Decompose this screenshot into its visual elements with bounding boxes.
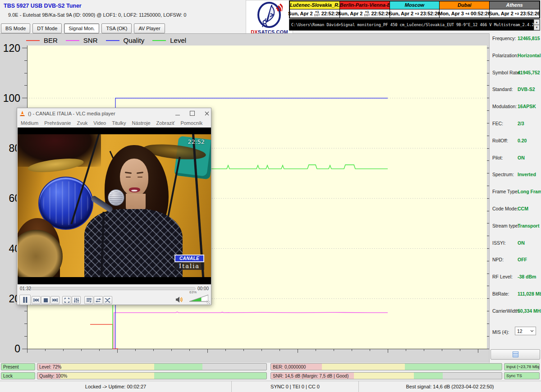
clock-offset-value: +1 [315, 10, 319, 14]
sync-ts-indicator: Sync TS [504, 372, 540, 379]
tab-av-player[interactable]: AV Player [134, 23, 165, 33]
clock-athens: AthensSun, Apr 2+323:52:26 [490, 1, 539, 18]
world-clock-panel: Lučenec-Slovakia_R.DávidSun, Apr 2+1DST2… [289, 0, 540, 18]
shuffle-button[interactable] [103, 296, 112, 304]
elapsed-time: 01:32 [20, 286, 31, 291]
clock-utc-offset: +3 [415, 12, 419, 15]
scroll-down-icon[interactable]: ▼ [534, 25, 540, 30]
parameter-label: Standard: [492, 87, 513, 92]
close-icon[interactable] [205, 111, 209, 116]
vlc-menu-pomocn-k[interactable]: Pomocník [180, 120, 202, 126]
parameter-label: FEC: [492, 121, 503, 126]
pause-button[interactable] [19, 295, 31, 305]
parameter-value: Horizontal [518, 53, 541, 58]
quality-meter: Quality: 100% [37, 372, 267, 379]
parameter-label: Frequency: [492, 36, 516, 41]
vlc-titlebar[interactable]: () - CANALE ITALIA - VLC media player [17, 108, 211, 119]
stop-icon [44, 298, 48, 302]
vlc-menu-m-dium[interactable]: Médium [21, 120, 38, 126]
resize-grip[interactable] [206, 301, 210, 304]
legend-item-ber: BER [26, 36, 58, 44]
legend-swatch-ber [26, 40, 40, 41]
chevron-down-icon [530, 330, 534, 332]
fullscreen-button[interactable] [62, 296, 71, 304]
stop-button[interactable] [41, 296, 50, 304]
clock-date: Sun, Apr 2 [338, 11, 363, 16]
tab-bar: BS ModeDT ModeSignal Mon.TSA (OK)AV Play… [1, 23, 165, 33]
vlc-window[interactable]: () - CANALE ITALIA - VLC media player Mé… [17, 108, 211, 305]
mis-label: MIS (4): [492, 329, 509, 335]
parameter-row-rf-level: RF Level:-38 dBm [492, 274, 540, 281]
signal-parameters-panel: Frequency:12465,815 MHzPolarization:Hori… [489, 33, 541, 363]
snr-meter: SNR: 14,5 dB (Margin: 7,5 dB | Good) [270, 372, 502, 379]
parameter-label: Frame Type: [492, 189, 519, 194]
scroll-up-icon[interactable]: ▲ [534, 19, 540, 25]
singer-eye [126, 177, 131, 178]
clock-date: Sun, Apr 2 [389, 11, 414, 16]
ber-meter: BER: 0,0000000 [270, 363, 502, 370]
previous-icon [33, 298, 39, 302]
vlc-menu-zvuk[interactable]: Zvuk [77, 120, 87, 126]
parameter-value: 41945,752 KS/s [518, 70, 541, 75]
console-window: C:\Users\Roman Dávid>Signal monitoring_P… [289, 19, 540, 31]
vlc-menu-zobrazi[interactable]: Zobraziť [156, 120, 175, 126]
clock-date: Mon, Apr 3 [438, 11, 463, 16]
satellite-dish-icon [257, 1, 283, 28]
extended-settings-button[interactable] [72, 296, 81, 304]
clock-hms: 00:52:26 [471, 11, 491, 16]
mis-dropdown[interactable]: 12 [515, 327, 536, 335]
parameter-label: Modulation: [492, 104, 517, 109]
maximize-icon[interactable] [190, 111, 195, 116]
loop-button[interactable] [94, 296, 103, 304]
vlc-window-title: () - CANALE ITALIA - VLC media player [28, 111, 115, 116]
legend-swatch-quality [106, 40, 119, 41]
clock-hms: 22:52:26 [371, 11, 391, 16]
channel-logo: CANALE Italia [174, 255, 204, 270]
playlist-button[interactable] [84, 296, 93, 304]
console-scrollbar[interactable]: ▲ ▼ [534, 19, 540, 30]
satellite-subtitle: 9.0E - Eutelsat 9B/Ka-Sat 9A (ID: 0090) … [8, 12, 186, 18]
present-indicator: Present [1, 363, 35, 370]
shuffle-icon [105, 298, 110, 303]
tab-tsa-ok[interactable]: TSA (OK) [101, 23, 132, 33]
parameter-value: 50,334 MHz [518, 308, 541, 314]
fullscreen-icon [64, 298, 69, 303]
clock-offset-value: +1 [365, 10, 369, 14]
vlc-video-area[interactable]: 22:52 CANALE Italia [18, 128, 211, 284]
parameter-row-frequency: Frequency:12465,815 MHz [492, 36, 540, 43]
clock-time-value: Sun, Apr 2+323:52:26 [490, 9, 539, 18]
pause-icon [23, 297, 28, 303]
legend-label-snr: SNR [83, 36, 98, 44]
clock-utc-offset: +1DST [314, 10, 320, 17]
vlc-menu-prehr-vanie[interactable]: Prehrávanie [44, 120, 71, 126]
y-tick-label-100: 100 [3, 92, 20, 104]
parameter-value: 0.20 [518, 138, 527, 143]
parameter-row-carrierwidth: CarrierWidth:50,334 MHz [492, 308, 540, 315]
tab-bs-mode[interactable]: BS Mode [1, 23, 30, 33]
previous-button[interactable] [32, 296, 41, 304]
clock-offset-value: +4 [465, 12, 469, 15]
parameter-row-standard: Standard:DVB-S2 [492, 87, 540, 94]
parameter-value: OFF [518, 257, 527, 262]
parameter-value: ON [518, 240, 525, 246]
volume-slider[interactable] [189, 295, 208, 302]
clock-time-value: Mon, Apr 3+400:52:26 [440, 9, 489, 18]
vlc-menu-titulky[interactable]: Titulky [112, 120, 126, 126]
vlc-menu-n-stroje[interactable]: Nástroje [132, 120, 151, 126]
console-command-line: C:\Users\Roman Dávid>Signal monitoring_P… [289, 23, 534, 27]
minimize-icon[interactable] [175, 112, 180, 115]
stream-list-button[interactable] [491, 349, 540, 360]
tab-dt-mode[interactable]: DT Mode [32, 23, 62, 33]
clock-hms: 23:52:26 [520, 11, 540, 16]
legend-item-quality: Quality [106, 36, 145, 44]
clock-city-label: Dubai [440, 1, 489, 9]
seek-slider[interactable] [31, 287, 196, 290]
parameter-row-issyi: ISSYI:ON [492, 240, 540, 247]
tab-signal-mon[interactable]: Signal Mon. [64, 23, 99, 33]
next-button[interactable] [50, 296, 60, 304]
parameter-row-rolloff: RollOff:0.20 [492, 138, 540, 145]
vlc-menu-bar: MédiumPrehrávanieZvukVideoTitulkyNástroj… [17, 119, 211, 128]
playlist-icon [87, 298, 92, 303]
parameter-label: Symbol Rate: [492, 70, 521, 75]
vlc-menu-video[interactable]: Video [93, 120, 106, 126]
